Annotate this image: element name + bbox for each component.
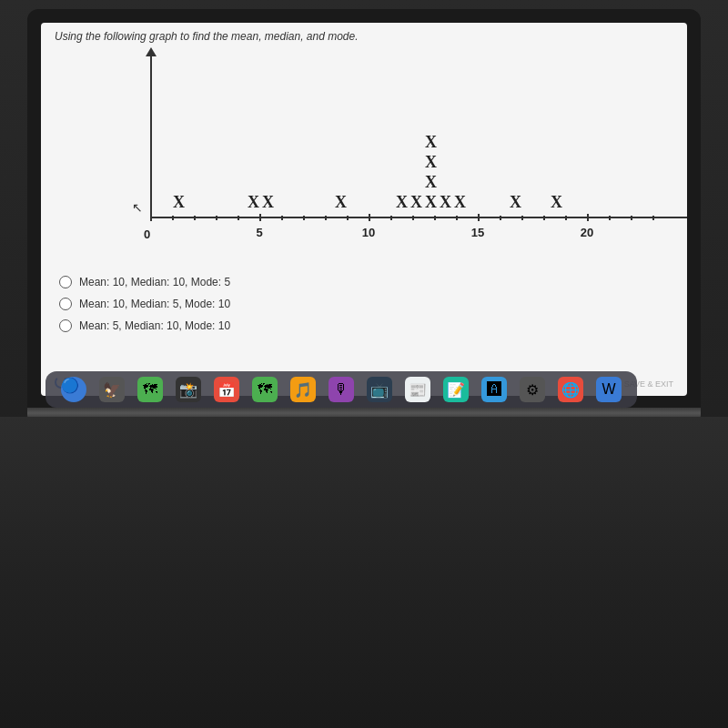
tick-minor bbox=[390, 216, 392, 220]
dock-icon-chrome[interactable]: 🌐 bbox=[558, 377, 583, 402]
dock-icon-news[interactable]: 📰 bbox=[405, 377, 430, 402]
option-row-2[interactable]: Mean: 10, Median: 5, Mode: 10 bbox=[59, 298, 678, 310]
dock-icon-maps[interactable]: 🗺 bbox=[137, 377, 163, 402]
data-point-x12-s3: X bbox=[425, 153, 437, 172]
tick-minor bbox=[565, 216, 567, 220]
data-point-x18: X bbox=[510, 193, 521, 212]
tick-minor bbox=[238, 216, 239, 220]
dock-icon-word[interactable]: W bbox=[596, 377, 622, 402]
dock-icon-podcast[interactable]: 🎙 bbox=[329, 377, 354, 402]
data-point-x12e: X bbox=[454, 193, 466, 212]
tick-minor bbox=[456, 216, 458, 220]
graph-area: 0 5 10 15 20 ↖ X X X X bbox=[96, 46, 660, 246]
dock-icon-notes[interactable]: 📝 bbox=[443, 377, 469, 402]
dock-icon-photos[interactable]: 📸 bbox=[176, 377, 201, 402]
dock-icon-music[interactable]: 🎵 bbox=[290, 377, 316, 402]
tick-minor bbox=[652, 216, 654, 220]
radio-option-3[interactable] bbox=[59, 319, 72, 332]
data-point-x12-s4: X bbox=[425, 133, 437, 152]
dock-icon-2[interactable]: 🦅 bbox=[99, 377, 125, 402]
tick-0 bbox=[150, 214, 152, 221]
data-point-x20: X bbox=[551, 193, 562, 212]
tick-minor bbox=[434, 216, 436, 220]
screen-bezel: Using the following graph to find the me… bbox=[27, 9, 701, 410]
data-point-x5b: X bbox=[262, 193, 274, 212]
tick-minor bbox=[281, 216, 283, 220]
keyboard-area: esc ☀ ☀ ⊞ ⊟ 🔅 🔆 ⏮ ⏯ ⏭ 🔇 🔉 🔊 ⏻ ~` !1 @2 bbox=[0, 417, 728, 728]
radio-option-1[interactable] bbox=[59, 276, 72, 288]
tick-minor bbox=[412, 216, 414, 220]
data-point-x12b: X bbox=[410, 193, 422, 212]
dock-icon-cal[interactable]: 📅 bbox=[214, 377, 239, 402]
data-point-x12a: X bbox=[396, 193, 408, 212]
option-3-text: Mean: 5, Median: 10, Mode: 10 bbox=[79, 319, 230, 332]
tick-minor bbox=[303, 216, 305, 220]
data-point-x5a: X bbox=[248, 193, 259, 212]
tick-minor bbox=[347, 216, 349, 220]
laptop-screenshot: { "screen": { "question": "Using the fol… bbox=[0, 0, 728, 728]
cursor: ↖ bbox=[132, 200, 143, 215]
dock-icon-tv[interactable]: 📺 bbox=[367, 377, 392, 402]
tick-5 bbox=[259, 214, 261, 221]
tick-minor bbox=[216, 216, 217, 220]
y-axis bbox=[150, 50, 152, 218]
option-row-1[interactable]: Mean: 10, Median: 10, Mode: 5 bbox=[59, 276, 678, 288]
tick-minor bbox=[609, 216, 611, 220]
tick-minor bbox=[631, 216, 632, 220]
option-row-3[interactable]: Mean: 5, Median: 10, Mode: 10 bbox=[59, 319, 678, 332]
option-1-text: Mean: 10, Median: 10, Mode: 5 bbox=[79, 276, 230, 288]
tick-20 bbox=[587, 214, 589, 221]
data-point-x12d: X bbox=[440, 193, 451, 212]
dock-bar: 🔵 🦅 🗺 📸 📅 🗺 🎵 🎙 📺 📰 📝 🅰 ⚙ 🌐 W bbox=[46, 371, 637, 408]
data-point-x9: X bbox=[335, 193, 347, 212]
radio-option-2[interactable] bbox=[59, 298, 72, 310]
x-axis bbox=[150, 217, 687, 218]
dock-icon-appstore[interactable]: 🅰 bbox=[481, 377, 507, 402]
laptop-body: Using the following graph to find the me… bbox=[0, 0, 728, 728]
x-label-5: 5 bbox=[256, 226, 262, 239]
x-label-20: 20 bbox=[581, 226, 593, 239]
option-2-text: Mean: 10, Median: 5, Mode: 10 bbox=[79, 298, 230, 310]
dock-icon-system[interactable]: ⚙ bbox=[520, 377, 545, 402]
options-area: Mean: 10, Median: 10, Mode: 5 Mean: 10, … bbox=[59, 276, 678, 341]
tick-10 bbox=[369, 214, 370, 221]
tick-minor bbox=[194, 216, 196, 220]
data-point-x12-s2: X bbox=[425, 173, 437, 192]
dock-icon-nav[interactable]: 🗺 bbox=[252, 377, 278, 402]
data-point-x2: X bbox=[173, 193, 185, 212]
x-label-15: 15 bbox=[471, 226, 484, 239]
screen-content: Using the following graph to find the me… bbox=[41, 23, 687, 396]
tick-minor bbox=[172, 216, 174, 220]
dock-icon-finder[interactable]: 🔵 bbox=[61, 377, 86, 402]
x-label-0: 0 bbox=[144, 228, 150, 241]
tick-minor bbox=[500, 216, 501, 220]
tick-minor bbox=[325, 216, 327, 220]
tick-15 bbox=[478, 214, 480, 221]
question-text: Using the following graph to find the me… bbox=[55, 30, 359, 43]
tick-minor bbox=[521, 216, 523, 220]
data-point-x12c: X bbox=[425, 193, 437, 212]
tick-minor bbox=[543, 216, 545, 220]
x-label-10: 10 bbox=[362, 226, 375, 239]
